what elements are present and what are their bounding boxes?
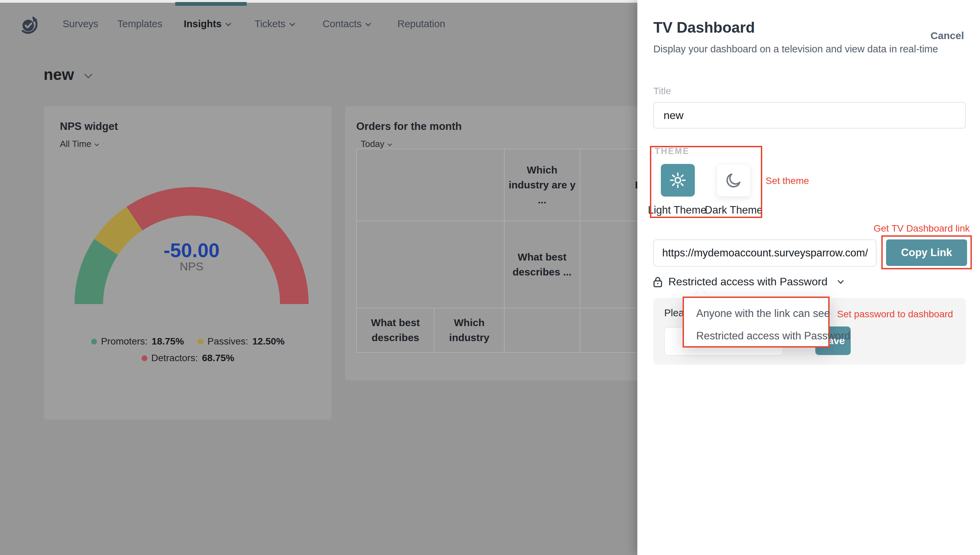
passives-dot-icon — [198, 339, 204, 345]
nps-legend-line-1: Promoters: 18.75% Passives: 12.50% — [44, 336, 332, 347]
lock-icon — [653, 276, 662, 287]
dark-theme-option[interactable] — [717, 164, 751, 197]
legend-value: 18.75% — [152, 336, 184, 347]
nps-score-label: NPS — [44, 260, 339, 273]
orders-widget-title: Orders for the month — [356, 120, 462, 133]
nav-label: Reputation — [397, 18, 445, 29]
panel-description: Display your dashboard on a television a… — [653, 43, 938, 55]
nps-score-value: -50.00 — [44, 239, 339, 261]
get-link-annotation: Get TV Dashboard link — [874, 223, 970, 234]
sun-icon — [668, 170, 688, 190]
theme-section-label: THEME — [655, 146, 690, 156]
title-field-label: Title — [653, 86, 671, 96]
access-mode-label: Restricted access with Password — [668, 276, 827, 288]
nav-item-tickets[interactable]: Tickets — [254, 18, 294, 30]
tv-dashboard-panel: TV Dashboard Cancel Display your dashboa… — [637, 0, 980, 555]
chevron-down-icon — [226, 21, 231, 27]
table-cell: What best describes — [357, 308, 435, 353]
filter-label: Today — [361, 139, 384, 149]
nav-item-templates[interactable]: Templates — [117, 18, 162, 30]
nps-widget-card: NPS widget All Time -50.00 NPS Promoters… — [44, 106, 332, 420]
nav-label: Tickets — [254, 18, 286, 29]
table-cell — [504, 308, 580, 353]
surveysparrow-logo-icon[interactable] — [21, 16, 37, 35]
password-hint-label: Plea — [664, 308, 684, 319]
top-nav: Surveys Templates Insights Tickets Conta… — [0, 16, 637, 35]
tv-dashboard-url-input[interactable] — [653, 239, 877, 266]
chevron-down-icon — [84, 70, 93, 78]
copy-link-button[interactable]: Copy Link — [886, 239, 967, 266]
dashboard-title: new — [43, 66, 74, 83]
dropdown-notch — [694, 289, 708, 297]
table-cell: Which industry — [435, 308, 504, 353]
access-mode-dropdown-toggle[interactable]: Restricted access with Password — [653, 276, 843, 288]
promoters-dot-icon — [91, 339, 97, 345]
nav-item-contacts[interactable]: Contacts — [323, 18, 370, 30]
legend-item-promoters: Promoters: 18.75% — [91, 336, 184, 347]
nav-item-insights[interactable]: Insights — [184, 18, 230, 30]
dropdown-option-restricted[interactable]: Restricted access with Password — [696, 326, 850, 345]
light-theme-option[interactable] — [661, 164, 695, 197]
nav-item-surveys[interactable]: Surveys — [63, 18, 98, 30]
nav-label: Surveys — [63, 18, 98, 29]
active-tab-indicator — [175, 2, 247, 6]
orders-time-filter[interactable]: Today — [361, 139, 391, 149]
dark-theme-label: Dark Theme — [705, 204, 763, 216]
dropdown-option-anyone[interactable]: Anyone with the link can see — [696, 304, 830, 323]
nav-label: Templates — [117, 18, 162, 29]
table-cell: Which industry are y ... — [504, 149, 580, 221]
legend-value: 12.50% — [252, 336, 284, 347]
chevron-down-icon — [837, 278, 843, 284]
chevron-down-icon — [388, 142, 392, 146]
nav-label: Insights — [184, 18, 222, 29]
chevron-down-icon — [365, 21, 371, 27]
nps-gauge — [44, 106, 332, 344]
legend-label: Promoters: — [101, 336, 148, 347]
set-password-annotation: Set password to dashboard — [837, 309, 953, 320]
set-theme-annotation: Set theme — [766, 175, 809, 186]
light-theme-label: Light Theme — [648, 204, 707, 216]
chevron-down-icon — [289, 21, 295, 27]
app-stage: Surveys Templates Insights Tickets Conta… — [0, 0, 980, 555]
dashboard-title-dropdown[interactable]: new — [43, 65, 91, 83]
title-input[interactable] — [653, 102, 966, 128]
legend-label: Detractors: — [151, 353, 198, 364]
panel-title: TV Dashboard — [653, 19, 755, 36]
moon-icon — [725, 172, 742, 189]
access-mode-dropdown: Anyone with the link can see Restricted … — [683, 297, 830, 348]
nps-legend-line-2: Detractors: 68.75% — [44, 353, 332, 364]
legend-item-passives: Passives: 12.50% — [198, 336, 285, 347]
nav-item-reputation[interactable]: Reputation — [397, 18, 445, 30]
table-cell — [357, 221, 504, 308]
table-cell — [357, 149, 504, 221]
legend-value: 68.75% — [202, 353, 234, 364]
cancel-button[interactable]: Cancel — [931, 30, 964, 42]
legend-item-detractors: Detractors: 68.75% — [141, 353, 235, 364]
detractors-dot-icon — [141, 355, 147, 361]
table-cell: What best describes ... — [504, 221, 580, 308]
legend-label: Passives: — [207, 336, 248, 347]
nav-label: Contacts — [323, 18, 361, 29]
